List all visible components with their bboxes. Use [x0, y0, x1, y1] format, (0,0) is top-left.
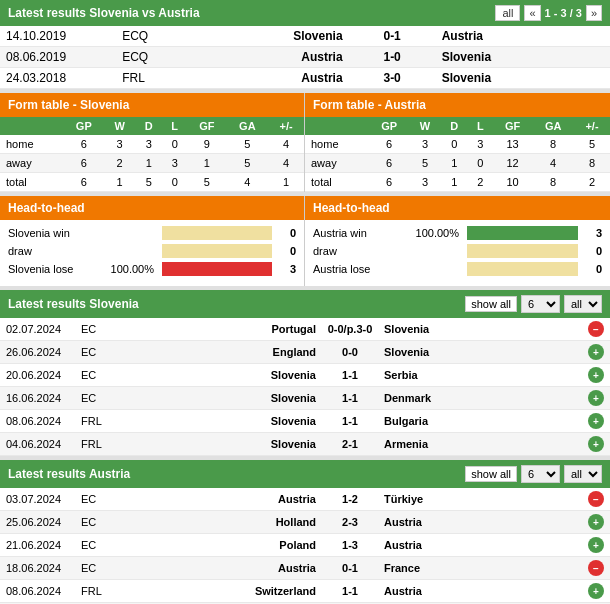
match-away: Armenia	[384, 438, 464, 450]
table-row: home 6 3 3 0 9 5 4	[0, 135, 304, 154]
h2h-bar-container	[467, 244, 578, 258]
match-score: 1-1	[320, 392, 380, 404]
form-gf: 12	[493, 154, 533, 173]
form-tables: Form table - Slovenia GPWDLGFGA+/- home …	[0, 93, 610, 192]
form-diff: 5	[574, 135, 610, 154]
form-gf: 10	[493, 173, 533, 192]
filter-select-slovenia[interactable]: all	[564, 295, 602, 313]
latest-austria-title: Latest results Austria	[8, 467, 130, 481]
form-gf: 5	[187, 173, 226, 192]
match-date: 24.03.2018	[0, 68, 116, 89]
match-date: 04.06.2024	[6, 438, 81, 450]
h2h-label: draw	[313, 245, 398, 257]
match-comp: EC	[81, 516, 116, 528]
list-item: 25.06.2024 EC Holland 2-3 Austria +	[0, 511, 610, 534]
match-away: Slovenia	[384, 323, 464, 335]
h2h-slovenia-rows: Slovenia win 0 draw 0 Slovenia lose 100.…	[0, 220, 304, 286]
match-comp: EC	[81, 493, 116, 505]
top-results-section: Latest results Slovenia vs Austria all «…	[0, 0, 610, 89]
h2h-value: 0	[276, 245, 296, 257]
form-col-header: D	[441, 117, 468, 135]
form-col-header: W	[409, 117, 440, 135]
form-ga: 8	[532, 135, 574, 154]
match-date: 08.06.2024	[6, 585, 81, 597]
table-row: total 6 1 5 0 5 4 1	[0, 173, 304, 192]
h2h-bar-container	[467, 226, 578, 240]
h2h-slovenia-col: Head-to-head Slovenia win 0 draw 0 Slove…	[0, 196, 305, 286]
form-d: 1	[135, 154, 162, 173]
form-l: 2	[468, 173, 493, 192]
form-row-label: total	[0, 173, 64, 192]
table-row: 24.03.2018 FRL Austria 3-0 Slovenia	[0, 68, 610, 89]
latest-austria-controls: show all 61020 all	[465, 465, 602, 483]
h2h-bar-green	[467, 226, 578, 240]
match-date: 18.06.2024	[6, 562, 81, 574]
match-score: 3-0	[349, 68, 436, 89]
table-row: total 6 3 1 2 10 8 2	[305, 173, 610, 192]
count-select-austria[interactable]: 61020	[521, 465, 560, 483]
form-col-header: GA	[532, 117, 574, 135]
h2h-row: Slovenia win 0	[8, 226, 296, 240]
form-w: 1	[104, 173, 135, 192]
form-gf: 1	[187, 154, 226, 173]
match-home: Switzerland	[236, 585, 316, 597]
form-l: 0	[468, 154, 493, 173]
list-item: 16.06.2024 EC Slovenia 1-1 Denmark +	[0, 387, 610, 410]
latest-slovenia-header: Latest results Slovenia show all 61020 a…	[0, 290, 610, 318]
next-button[interactable]: »	[586, 5, 602, 21]
h2h-bar-container	[162, 244, 272, 258]
match-teams: Portugal 0-0/p.3-0 Slovenia	[116, 323, 584, 335]
h2h-section: Head-to-head Slovenia win 0 draw 0 Slove…	[0, 196, 610, 286]
h2h-label: Austria lose	[313, 263, 398, 275]
show-all-slovenia-btn[interactable]: show all	[465, 296, 517, 312]
form-l: 0	[162, 173, 187, 192]
prev-button[interactable]: «	[524, 5, 540, 21]
list-item: 21.06.2024 EC Poland 1-3 Austria +	[0, 534, 610, 557]
filter-select-austria[interactable]: all	[564, 465, 602, 483]
count-select-slovenia[interactable]: 61020	[521, 295, 560, 313]
h2h-value: 0	[582, 245, 602, 257]
h2h-row: Austria win 100.00% 3	[313, 226, 602, 240]
match-teams: Switzerland 1-1 Austria	[116, 585, 584, 597]
match-away: Austria	[384, 516, 464, 528]
list-item: 04.06.2024 FRL Slovenia 2-1 Armenia +	[0, 433, 610, 456]
match-away: Serbia	[384, 369, 464, 381]
form-row-label: away	[0, 154, 64, 173]
form-l: 0	[162, 135, 187, 154]
form-col-header: GP	[64, 117, 104, 135]
match-home: Austria	[236, 562, 316, 574]
match-teams: Austria 1-2 Türkiye	[116, 493, 584, 505]
list-item: 08.06.2024 FRL Slovenia 1-1 Bulgaria +	[0, 410, 610, 433]
form-slovenia-table: GPWDLGFGA+/- home 6 3 3 0 9 5 4 away 6 2…	[0, 117, 304, 192]
form-d: 1	[441, 173, 468, 192]
match-date: 08.06.2024	[6, 415, 81, 427]
form-gp: 6	[64, 173, 104, 192]
form-col-header: D	[135, 117, 162, 135]
match-away: Bulgaria	[384, 415, 464, 427]
match-comp: ECQ	[116, 47, 174, 68]
all-button[interactable]: all	[495, 5, 520, 21]
h2h-bar-container	[467, 262, 578, 276]
h2h-austria-col: Head-to-head Austria win 100.00% 3 draw …	[305, 196, 610, 286]
match-comp: FRL	[81, 585, 116, 597]
match-score: 0-0/p.3-0	[320, 323, 380, 335]
h2h-row: draw 0	[8, 244, 296, 258]
show-all-austria-btn[interactable]: show all	[465, 466, 517, 482]
form-d: 5	[135, 173, 162, 192]
result-icon: +	[588, 413, 604, 429]
match-teams: England 0-0 Slovenia	[116, 346, 584, 358]
form-col-header: GA	[227, 117, 269, 135]
form-row-label: home	[305, 135, 369, 154]
match-date: 03.07.2024	[6, 493, 81, 505]
table-row: 14.10.2019 ECQ Slovenia 0-1 Austria	[0, 26, 610, 47]
form-gf: 9	[187, 135, 226, 154]
h2h-row: draw 0	[313, 244, 602, 258]
form-col-header: W	[104, 117, 135, 135]
latest-austria-header: Latest results Austria show all 61020 al…	[0, 460, 610, 488]
table-row: home 6 3 0 3 13 8 5	[305, 135, 610, 154]
form-col-header	[305, 117, 369, 135]
form-col-header	[0, 117, 64, 135]
match-date: 02.07.2024	[6, 323, 81, 335]
form-col-header: +/-	[574, 117, 610, 135]
match-score: 1-1	[320, 369, 380, 381]
